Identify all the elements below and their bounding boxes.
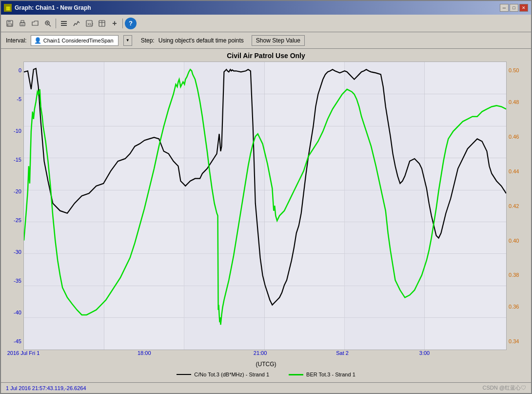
black-line (24, 68, 506, 305)
interval-person-icon: 👤 (34, 37, 41, 44)
y-tick-n10: -10 (14, 128, 21, 134)
y-tick-n5: -5 (17, 96, 21, 102)
y-tick-right-036: 0.36 (509, 304, 519, 310)
status-watermark: CSDN @红蓝心♡ (483, 384, 526, 392)
show-step-button[interactable]: Show Step Value (252, 35, 305, 46)
export-button[interactable]: XLS (83, 18, 95, 29)
y-tick-right-042: 0.42 (509, 203, 519, 209)
svg-rect-2 (8, 24, 12, 26)
x-tick-21: 21:00 (254, 350, 267, 356)
y-tick-right-038: 0.38 (509, 272, 519, 278)
add-button[interactable]: + (109, 18, 120, 29)
window-title: Graph: Chain1 - New Graph (15, 4, 91, 11)
legend-item-black: C/No Tot.3 (dB*MHz) - Strand 1 (177, 372, 269, 377)
interval-bar: Interval: 👤 Chain1 ConsideredTimeSpan ▼ … (1, 32, 531, 49)
svg-text:XLS: XLS (87, 22, 93, 26)
svg-line-7 (49, 24, 51, 26)
y-tick-right-050: 0.50 (509, 67, 519, 73)
main-window: ▦ Graph: Chain1 - New Graph ─ □ ✕ (0, 0, 532, 394)
chart-area: 0 -5 -10 -15 -20 -25 -30 -35 -40 -45 (5, 62, 527, 350)
toolbar-separator-2 (122, 19, 123, 28)
step-label: Step: (141, 37, 155, 44)
chart-style-button[interactable] (71, 18, 82, 29)
interval-dropdown-arrow[interactable]: ▼ (123, 35, 132, 46)
app-icon: ▦ (4, 4, 12, 12)
y-tick-n15: -15 (14, 157, 21, 163)
y-tick-n40: -40 (14, 310, 21, 315)
open-button[interactable] (29, 18, 41, 29)
svg-rect-11 (61, 23, 67, 24)
legend-label-green: BER Tot.3 - Strand 1 (306, 372, 355, 377)
x-tick-18: 18:00 (138, 350, 151, 356)
x-tick-date: 2016 Jul Fri 1 (7, 350, 40, 356)
toolbar: XLS + ? (1, 15, 531, 32)
y-tick-n20: -20 (14, 188, 21, 194)
properties-button[interactable] (58, 18, 70, 29)
interval-value: Chain1 ConsideredTimeSpan (43, 38, 114, 43)
interval-label: Interval: (6, 37, 27, 44)
maximize-button[interactable]: □ (510, 4, 518, 12)
save-button[interactable] (4, 18, 16, 29)
chart-title: Civil Air Patrol Use Only (5, 52, 527, 60)
y-tick-right-040: 0.40 (509, 238, 519, 244)
legend-area: C/No Tot.3 (dB*MHz) - Strand 1 BER Tot.3… (5, 370, 527, 379)
y-tick-n35: -35 (14, 278, 21, 284)
y-tick-right-048: 0.48 (509, 99, 519, 105)
toolbar-separator-1 (56, 19, 56, 28)
chart-svg (24, 62, 506, 350)
y-tick-n30: -30 (14, 249, 21, 255)
legend-label-black: C/No Tot.3 (dB*MHz) - Strand 1 (194, 372, 269, 377)
y-tick-right-044: 0.44 (509, 168, 519, 174)
print-button[interactable] (17, 18, 28, 29)
x-axis-area: 2016 Jul Fri 1 18:00 21:00 Sat 2 3:00 (23, 350, 507, 360)
x-tick-3: 3:00 (419, 350, 430, 356)
y-axis-left: 0 -5 -10 -15 -20 -25 -30 -35 -40 -45 (5, 62, 23, 350)
legend-item-green: BER Tot.3 - Strand 1 (289, 372, 355, 377)
y-tick-right-046: 0.46 (509, 134, 519, 140)
x-tick-sat: Sat 2 (336, 350, 349, 356)
x-axis-label: (UTCG) (5, 361, 527, 368)
close-button[interactable]: ✕ (519, 4, 528, 12)
y-tick-n45: -45 (14, 338, 21, 344)
chart-plot[interactable] (23, 62, 507, 350)
status-coordinates: 1 Jul 2016 21:57:43.119,-26.6264 (6, 385, 86, 391)
zoom-button[interactable] (42, 18, 54, 29)
svg-rect-12 (61, 25, 67, 26)
chart-container: Civil Air Patrol Use Only 0 -5 -10 -15 -… (1, 49, 531, 382)
status-bar: 1 Jul 2016 21:57:43.119,-26.6264 CSDN @红… (1, 382, 531, 393)
svg-rect-5 (21, 24, 24, 25)
legend-line-green (289, 374, 303, 375)
y-tick-n25: -25 (14, 217, 21, 223)
y-tick-0: 0 (19, 67, 21, 73)
svg-rect-10 (61, 21, 67, 22)
interval-dropdown[interactable]: 👤 Chain1 ConsideredTimeSpan (31, 35, 118, 46)
minimize-button[interactable]: ─ (500, 4, 509, 12)
table-button[interactable] (96, 18, 108, 29)
y-tick-right-034: 0.34 (509, 338, 519, 344)
y-axis-right: 0.50 0.48 0.46 0.44 0.42 0.40 0.38 0.36 … (507, 62, 527, 350)
title-bar: ▦ Graph: Chain1 - New Graph ─ □ ✕ (1, 1, 531, 15)
help-button[interactable]: ? (125, 18, 137, 29)
legend-line-black (177, 374, 191, 375)
step-value: Using object's default time points (158, 37, 244, 44)
svg-rect-1 (8, 21, 11, 22)
